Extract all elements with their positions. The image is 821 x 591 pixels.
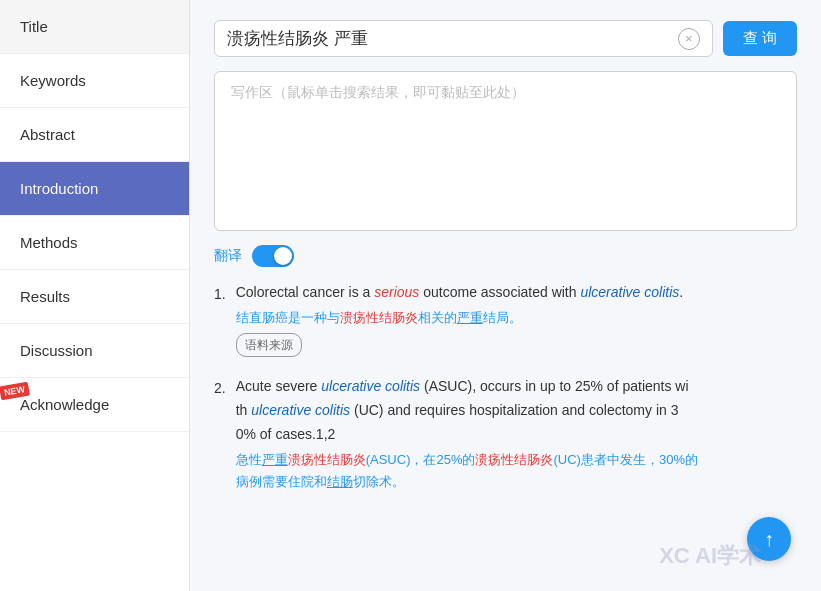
result-en-text-2[interactable]: Acute severe ulcerative colitis (ASUC), … xyxy=(236,375,797,446)
cn-highlight-4: 溃疡性结肠炎 xyxy=(475,452,553,467)
sidebar-item-label: Introduction xyxy=(20,180,98,197)
query-button[interactable]: 查 询 xyxy=(723,21,797,56)
sidebar-item-label: Title xyxy=(20,18,48,35)
translate-label: 翻译 xyxy=(214,247,242,265)
italic-blue-span-2: ulcerative colitis xyxy=(321,378,420,394)
toggle-knob xyxy=(274,247,292,265)
writing-area-placeholder: 写作区（鼠标单击搜索结果，即可黏贴至此处） xyxy=(231,84,525,100)
results-list: 1. Colorectal cancer is a serious outcom… xyxy=(214,281,797,493)
result-cn-text-1: 结直肠癌是一种与溃疡性结肠炎相关的严重结局。 xyxy=(236,307,797,329)
scroll-up-icon: ↑ xyxy=(764,528,774,551)
result-number-1: 1. xyxy=(214,281,226,357)
sidebar: Title Keywords Abstract Introduction Met… xyxy=(0,0,190,591)
source-tag-1[interactable]: 语料来源 xyxy=(236,333,302,357)
sidebar-item-title[interactable]: Title xyxy=(0,0,189,54)
sidebar-item-label: Acknowledge xyxy=(20,396,109,413)
sidebar-item-acknowledge[interactable]: NEW Acknowledge xyxy=(0,378,189,432)
cn-highlight-3: 溃疡性结肠炎 xyxy=(288,452,366,467)
result-cn-text-2: 急性严重溃疡性结肠炎(ASUC)，在25%的溃疡性结肠炎(UC)患者中发生，30… xyxy=(236,449,797,493)
result-number-2: 2. xyxy=(214,375,226,493)
result-item-2: 2. Acute severe ulcerative colitis (ASUC… xyxy=(214,375,797,493)
italic-red-span: serious xyxy=(374,284,419,300)
sidebar-item-keywords[interactable]: Keywords xyxy=(0,54,189,108)
sidebar-item-abstract[interactable]: Abstract xyxy=(0,108,189,162)
cn-highlight-2: 严重 xyxy=(457,310,483,325)
search-input-wrapper[interactable]: 溃疡性结肠炎 严重 × xyxy=(214,20,713,57)
result-content-2: Acute severe ulcerative colitis (ASUC), … xyxy=(236,375,797,493)
cn-highlight-1: 溃疡性结肠炎 xyxy=(340,310,418,325)
sidebar-item-label: Abstract xyxy=(20,126,75,143)
writing-area[interactable]: 写作区（鼠标单击搜索结果，即可黏贴至此处） xyxy=(214,71,797,231)
sidebar-item-methods[interactable]: Methods xyxy=(0,216,189,270)
scroll-up-button[interactable]: ↑ xyxy=(747,517,791,561)
sidebar-item-label: Results xyxy=(20,288,70,305)
sidebar-item-label: Keywords xyxy=(20,72,86,89)
italic-blue-span-3: ulcerative colitis xyxy=(251,402,350,418)
sidebar-item-results[interactable]: Results xyxy=(0,270,189,324)
result-item-1: 1. Colorectal cancer is a serious outcom… xyxy=(214,281,797,357)
sidebar-item-label: Discussion xyxy=(20,342,93,359)
sidebar-item-introduction[interactable]: Introduction xyxy=(0,162,189,216)
cn-underline-1: 严重 xyxy=(262,452,288,467)
main-content: 溃疡性结肠炎 严重 × 查 询 写作区（鼠标单击搜索结果，即可黏贴至此处） 翻译… xyxy=(190,0,821,591)
translate-row: 翻译 xyxy=(214,245,797,267)
search-query-text: 溃疡性结肠炎 严重 xyxy=(227,27,678,50)
translate-toggle[interactable] xyxy=(252,245,294,267)
result-content-1: Colorectal cancer is a serious outcome a… xyxy=(236,281,797,357)
result-en-text-1[interactable]: Colorectal cancer is a serious outcome a… xyxy=(236,281,797,305)
sidebar-item-discussion[interactable]: Discussion xyxy=(0,324,189,378)
sidebar-item-label: Methods xyxy=(20,234,78,251)
italic-blue-span: ulcerative colitis xyxy=(580,284,679,300)
search-bar: 溃疡性结肠炎 严重 × 查 询 xyxy=(214,20,797,57)
clear-button[interactable]: × xyxy=(678,28,700,50)
cn-highlight-5: 结肠 xyxy=(327,474,353,489)
